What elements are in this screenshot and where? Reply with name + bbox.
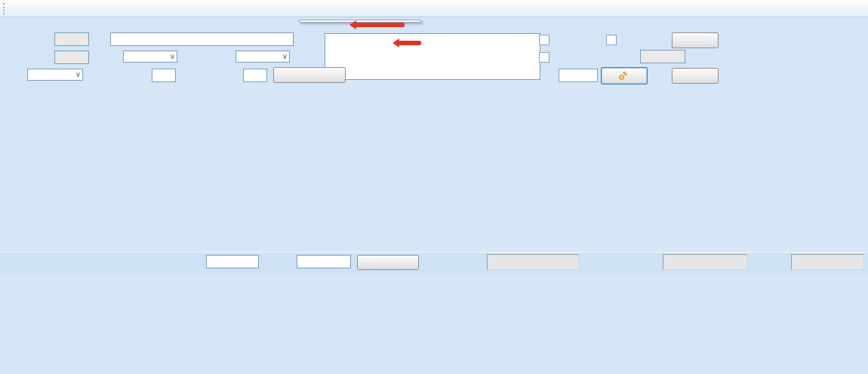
generate-order-checkbox[interactable] <box>606 35 617 45</box>
end-date-combo[interactable]: ∨ <box>235 51 290 63</box>
filter-spec-field[interactable] <box>297 255 351 268</box>
purchase-request-form: ∨ ∨ ∨ <box>0 17 868 77</box>
actual-area-value <box>663 254 747 270</box>
priced-area-value <box>791 254 864 270</box>
purchase-request-window: ∨ ∨ ∨ <box>0 0 868 374</box>
next-order-button[interactable] <box>672 68 719 84</box>
chevron-down-icon: ∨ <box>282 52 288 60</box>
unit-price-field[interactable] <box>559 69 598 82</box>
filter-name-field[interactable] <box>206 255 259 268</box>
warn-days-field[interactable] <box>243 69 267 82</box>
previous-order-button[interactable] <box>672 32 719 48</box>
filter-bar <box>0 252 868 273</box>
reset-button[interactable] <box>601 67 648 84</box>
copy-current-button[interactable] <box>273 67 346 83</box>
chevron-down-icon: ∨ <box>170 52 175 60</box>
toolbar <box>0 0 868 17</box>
wrench-icon <box>619 72 627 80</box>
total-pieces-value <box>487 254 579 270</box>
start-date-combo[interactable]: ∨ <box>123 51 177 63</box>
desc-field[interactable] <box>325 33 540 80</box>
plan-manual-end-checkbox[interactable] <box>539 52 549 63</box>
operator-field[interactable] <box>640 50 685 63</box>
annotation-arrow-icon <box>392 38 421 48</box>
chevron-down-icon: ∨ <box>75 70 81 78</box>
serial-field[interactable] <box>54 32 89 46</box>
budget-field[interactable] <box>54 51 89 64</box>
date-combo[interactable]: ∨ <box>27 69 83 81</box>
plan-manual-start-checkbox[interactable] <box>539 35 549 45</box>
annotation-arrow-icon <box>349 20 405 29</box>
note-field[interactable] <box>110 32 294 46</box>
delay-days-field[interactable] <box>152 69 176 82</box>
locate-by-condition-button[interactable] <box>357 255 419 270</box>
toolbar-grip-icon <box>3 3 8 14</box>
